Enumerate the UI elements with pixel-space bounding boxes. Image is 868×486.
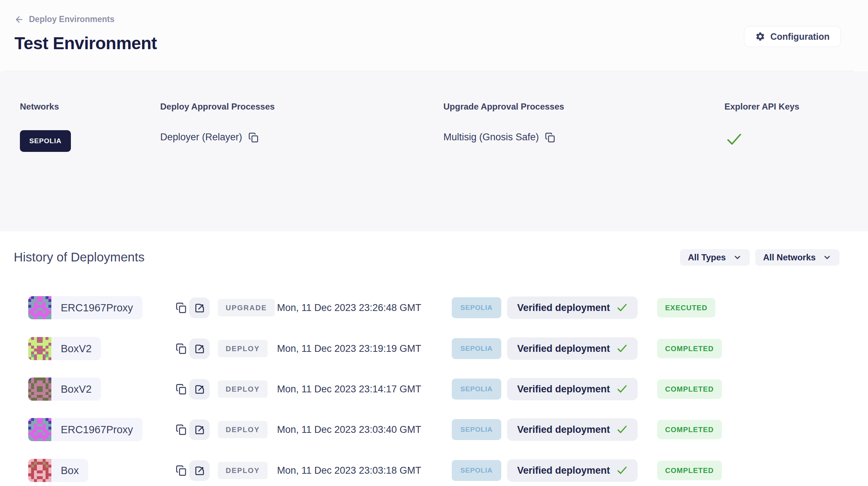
- verified-check-icon: [617, 303, 627, 312]
- gear-icon: [755, 31, 765, 42]
- deployment-row: Box DEPLOY Mon, 11 Dec 2023 23:03:18 GMT…: [0, 459, 868, 482]
- contract-identicon-avatar: [28, 418, 51, 441]
- contract-chip[interactable]: BoxV2: [28, 337, 101, 360]
- contract-name: ERC1967Proxy: [51, 424, 142, 436]
- contract-name: BoxV2: [51, 343, 101, 355]
- environment-config-section: Networks Deploy Approval Processes Upgra…: [0, 71, 868, 231]
- deploy-environment-page: Deploy Environments Test Environment Con…: [0, 0, 868, 486]
- deploy-approval-value: Deployer (Relayer): [160, 132, 242, 143]
- copy-icon[interactable]: [175, 342, 187, 355]
- column-header-upgrade-approval: Upgrade Approval Processes: [443, 102, 564, 112]
- filter-all-networks[interactable]: All Networks: [755, 249, 839, 266]
- back-arrow-icon: [14, 15, 24, 24]
- configuration-button-label: Configuration: [770, 31, 830, 42]
- deployment-row: BoxV2 DEPLOY Mon, 11 Dec 2023 23:14:17 G…: [0, 378, 868, 401]
- chevron-down-icon: [733, 253, 742, 262]
- copy-icon[interactable]: [175, 464, 187, 477]
- network-badge-sepolia: SEPOLIA: [20, 130, 71, 152]
- deployment-row: ERC1967Proxy UPGRADE Mon, 11 Dec 2023 23…: [0, 296, 868, 319]
- copy-icon[interactable]: [248, 132, 259, 143]
- deploy-approval-cell: Deployer (Relayer): [160, 132, 259, 143]
- page-title: Test Environment: [14, 33, 157, 53]
- external-link-icon: [195, 344, 205, 354]
- explorer-api-keys-check-icon: [726, 132, 743, 146]
- network-chip-sepolia: SEPOLIA: [452, 460, 501, 481]
- copy-icon[interactable]: [175, 383, 187, 395]
- copy-icon[interactable]: [175, 423, 187, 436]
- deployment-timestamp: Mon, 11 Dec 2023 23:03:18 GMT: [277, 465, 421, 476]
- contract-chip[interactable]: Box: [28, 459, 88, 482]
- breadcrumb-label: Deploy Environments: [29, 14, 114, 24]
- network-chip-sepolia: SEPOLIA: [452, 419, 501, 440]
- verified-check-icon: [617, 425, 627, 434]
- verification-label: Verified deployment: [517, 465, 610, 476]
- deployment-type-badge: DEPLOY: [218, 462, 268, 479]
- deployment-status-badge: COMPLETED: [657, 420, 722, 439]
- contract-chip[interactable]: ERC1967Proxy: [28, 296, 142, 319]
- deployment-status-badge: COMPLETED: [657, 339, 722, 358]
- verified-check-icon: [617, 466, 627, 475]
- verification-pill: Verified deployment: [507, 378, 638, 400]
- deployment-type-badge: DEPLOY: [218, 421, 268, 438]
- external-link-button[interactable]: [189, 338, 210, 359]
- deployment-timestamp: Mon, 11 Dec 2023 23:03:40 GMT: [277, 424, 421, 435]
- verified-check-icon: [617, 344, 627, 353]
- verification-label: Verified deployment: [517, 384, 610, 395]
- column-header-explorer-api-keys: Explorer API Keys: [724, 102, 799, 112]
- contract-identicon-avatar: [28, 378, 51, 401]
- deployment-status-badge: COMPLETED: [657, 461, 722, 480]
- external-link-icon: [195, 425, 205, 435]
- deployment-timestamp: Mon, 11 Dec 2023 23:19:19 GMT: [277, 343, 421, 354]
- network-chip-sepolia: SEPOLIA: [452, 297, 501, 318]
- contract-name: BoxV2: [51, 383, 101, 395]
- verification-label: Verified deployment: [517, 424, 610, 435]
- deployment-timestamp: Mon, 11 Dec 2023 23:26:48 GMT: [277, 302, 421, 314]
- upgrade-approval-value: Multisig (Gnosis Safe): [443, 132, 539, 143]
- external-link-icon: [195, 384, 205, 395]
- external-link-icon: [195, 303, 205, 313]
- filter-all-types-label: All Types: [688, 252, 726, 263]
- external-link-button[interactable]: [189, 419, 210, 440]
- chevron-down-icon: [823, 253, 831, 262]
- deployment-type-badge: UPGRADE: [218, 299, 275, 316]
- history-section-title: History of Deployments: [14, 250, 145, 264]
- external-link-button[interactable]: [189, 460, 210, 481]
- contract-identicon-avatar: [28, 296, 51, 319]
- deployment-status-badge: COMPLETED: [657, 379, 722, 399]
- verified-check-icon: [617, 384, 627, 394]
- column-header-deploy-approval: Deploy Approval Processes: [160, 102, 275, 112]
- deployment-status-badge: EXECUTED: [657, 298, 715, 317]
- filter-all-networks-label: All Networks: [763, 252, 816, 263]
- upgrade-approval-cell: Multisig (Gnosis Safe): [443, 132, 556, 143]
- verification-label: Verified deployment: [517, 343, 610, 354]
- filter-all-types[interactable]: All Types: [680, 249, 750, 266]
- column-header-networks: Networks: [20, 102, 59, 112]
- contract-chip[interactable]: BoxV2: [28, 378, 101, 401]
- network-chip-sepolia: SEPOLIA: [452, 338, 501, 359]
- contract-name: ERC1967Proxy: [51, 302, 142, 314]
- deployment-timestamp: Mon, 11 Dec 2023 23:14:17 GMT: [277, 384, 421, 395]
- verification-label: Verified deployment: [517, 302, 610, 314]
- configuration-button[interactable]: Configuration: [744, 26, 841, 47]
- deployment-type-badge: DEPLOY: [218, 380, 268, 398]
- page-header: Deploy Environments Test Environment Con…: [0, 0, 868, 71]
- contract-identicon-avatar: [28, 459, 51, 482]
- external-link-icon: [195, 466, 205, 476]
- contract-identicon-avatar: [28, 337, 51, 360]
- breadcrumb[interactable]: Deploy Environments: [14, 14, 114, 24]
- verification-pill: Verified deployment: [507, 418, 638, 441]
- deployment-row: ERC1967Proxy DEPLOY Mon, 11 Dec 2023 23:…: [0, 418, 868, 441]
- external-link-button[interactable]: [189, 379, 210, 400]
- network-chip-sepolia: SEPOLIA: [452, 379, 501, 400]
- verification-pill: Verified deployment: [507, 297, 638, 319]
- deployment-row: BoxV2 DEPLOY Mon, 11 Dec 2023 23:19:19 G…: [0, 337, 868, 360]
- deployment-type-badge: DEPLOY: [218, 340, 268, 357]
- verification-pill: Verified deployment: [507, 337, 638, 360]
- external-link-button[interactable]: [189, 298, 210, 318]
- contract-chip[interactable]: ERC1967Proxy: [28, 418, 142, 441]
- copy-icon[interactable]: [545, 132, 556, 143]
- copy-icon[interactable]: [175, 302, 187, 314]
- contract-name: Box: [51, 465, 88, 477]
- verification-pill: Verified deployment: [507, 459, 638, 482]
